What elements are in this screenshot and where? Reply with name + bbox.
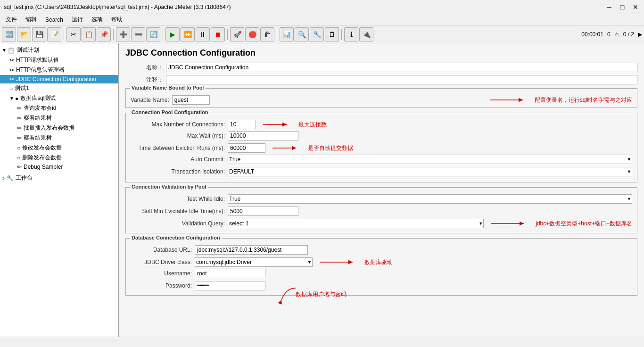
toolbar-results[interactable]: 📊	[280, 27, 294, 41]
toolbar: 🆕 📂 💾 📝 ✂ 📋 📌 ➕ ➖ 🔄 ▶ ⏩ ⏸ ⏹ 🚀 🛑 🗑 📊 🔍 🔧 …	[0, 25, 644, 43]
debug-icon: ✏	[17, 164, 22, 170]
toolbar-sep2	[113, 29, 114, 40]
tree-item-label: HTTP请求默认值	[16, 56, 59, 64]
tree-item-query1[interactable]: ✏ 查询发布会id	[0, 103, 118, 113]
toolbar-remove[interactable]: ➖	[131, 27, 145, 41]
var-name-label: Variable Name:	[131, 97, 169, 103]
variable-name-input[interactable]	[172, 95, 210, 105]
toolbar-add[interactable]: ➕	[116, 27, 130, 41]
toolbar-log[interactable]: 🔍	[295, 27, 309, 41]
toolbar-save[interactable]: 💾	[32, 27, 46, 41]
http-defaults-icon: ✂	[9, 57, 14, 64]
tree-item-db-test[interactable]: ▼ ● 数据库sql测试	[0, 93, 118, 103]
toolbar-remote-start[interactable]: 🚀	[230, 27, 244, 41]
tree-item-update[interactable]: ○ 修改发布会数据	[0, 143, 118, 153]
arrow-driver	[317, 257, 355, 267]
toolbar-open[interactable]: 📂	[17, 27, 31, 41]
tree-item-label: 察看结果树	[24, 114, 52, 122]
max-wait-input[interactable]	[228, 131, 298, 140]
soft-min-input[interactable]	[228, 207, 298, 216]
expand-icon-db[interactable]: ▼	[9, 96, 14, 101]
eviction-annotation-text: 是否自动提交数据	[308, 144, 353, 152]
driver-select[interactable]: com.mysql.jdbc.Driver	[195, 257, 313, 267]
toolbar-remote-stop[interactable]: 🛑	[245, 27, 259, 41]
menu-file[interactable]: 文件	[2, 15, 21, 25]
toolbar-start-no-pause[interactable]: ⏩	[181, 27, 195, 41]
soft-min-label: Soft Min Evictable Idle Time(ms):	[131, 208, 225, 215]
max-conn-input[interactable]	[228, 120, 256, 129]
expand-icon[interactable]: ▼	[2, 48, 7, 53]
tree-item-label: JDBC Connection Configuration	[16, 76, 96, 83]
validation-content: Test While Idle: True False Soft Min Evi…	[126, 188, 637, 233]
result2-icon: ✏	[17, 135, 22, 141]
test-idle-select[interactable]: True False	[228, 194, 632, 204]
toolbar-remote-clear[interactable]: 🗑	[260, 27, 274, 41]
tree-item-jdbc-config[interactable]: ✂ JDBC Connection Configuration	[0, 75, 118, 83]
validation-query-select-wrapper: select 1	[228, 219, 484, 228]
minimize-button[interactable]: ─	[604, 2, 614, 12]
title-bar: sql_test.jmx (C:\Users\24831\Desktop\jme…	[0, 0, 644, 14]
name-label: 名称：	[125, 64, 163, 72]
toolbar-copy[interactable]: 📋	[82, 27, 96, 41]
comment-input[interactable]	[166, 75, 637, 84]
variable-name-row: Variable Name:	[131, 95, 483, 105]
test1-icon: ○	[9, 85, 13, 92]
tree-item-debug[interactable]: ✏ Debug Sampler	[0, 163, 118, 171]
password-input[interactable]	[195, 281, 265, 290]
auto-commit-select[interactable]: True False	[228, 155, 632, 164]
username-input[interactable]	[195, 269, 265, 278]
test-idle-select-wrapper: True False	[228, 194, 632, 204]
toolbar-plugin[interactable]: 🔌	[359, 27, 373, 41]
workbench-expand-icon[interactable]: ▷	[2, 175, 6, 181]
maximize-button[interactable]: □	[618, 2, 627, 12]
eviction-input[interactable]	[228, 143, 265, 153]
credentials-annotation: 数据库用户名与密码	[272, 290, 347, 305]
menu-search[interactable]: Search	[41, 16, 67, 24]
variable-pool-section: Variable Name Bound to Pool Variable Nam…	[125, 88, 637, 108]
toolbar-info[interactable]: ℹ	[344, 27, 358, 41]
close-button[interactable]: ✕	[631, 2, 640, 12]
tree-item-test1[interactable]: ○ 测试1	[0, 83, 118, 93]
toolbar-sep4	[227, 29, 228, 40]
toolbar-sep1	[64, 29, 64, 40]
validation-query-select[interactable]: select 1	[228, 219, 484, 228]
menu-edit[interactable]: 编辑	[22, 15, 41, 25]
driver-label: JDBC Driver class:	[131, 259, 192, 265]
scroll-right-icon[interactable]: ▶	[638, 31, 642, 38]
db-url-input[interactable]	[195, 245, 308, 255]
menu-options[interactable]: 选项	[88, 15, 107, 25]
tree-item-http-defaults[interactable]: ✂ HTTP请求默认值	[0, 55, 118, 65]
toolbar-sep3	[163, 29, 163, 40]
max-wait-row: Max Wait (ms):	[131, 131, 632, 140]
menu-run[interactable]: 运行	[68, 15, 87, 25]
toolbar-start[interactable]: ▶	[165, 27, 180, 41]
conn-pool-section: Connection Pool Configuration Max Number…	[125, 113, 637, 182]
name-input[interactable]	[166, 63, 637, 72]
tree-item-result2[interactable]: ✏ 察看结果树	[0, 133, 118, 143]
tree-item-result1[interactable]: ✏ 察看结果树	[0, 113, 118, 123]
max-conn-annotation: 最大连接数	[261, 120, 327, 129]
toolbar-function[interactable]: 🔧	[310, 27, 324, 41]
transaction-select[interactable]: DEFAULT	[228, 167, 632, 176]
toolbar-templates[interactable]: 🗒	[325, 27, 339, 41]
tree-item-test-plan[interactable]: ▼ 📋 测试计划	[0, 45, 118, 55]
tree-item-http-headers[interactable]: ✂ HTTP信息头管理器	[0, 65, 118, 75]
tree-item-workbench[interactable]: ▷ 🔧 工作台	[0, 173, 118, 183]
tree-item-label: HTTP信息头管理器	[16, 66, 65, 74]
tree-item-delete[interactable]: ○ 删除发布会数据	[0, 153, 118, 163]
toolbar-cut[interactable]: ✂	[66, 27, 81, 41]
transaction-label: Transaction Isolation:	[131, 168, 225, 175]
toolbar-saveas[interactable]: 📝	[47, 27, 61, 41]
toolbar-stop[interactable]: ⏹	[211, 27, 225, 41]
soft-min-row: Soft Min Evictable Idle Time(ms):	[131, 207, 632, 216]
query1-icon: ✏	[17, 105, 22, 112]
status-bar	[0, 337, 644, 347]
toolbar-pause[interactable]: ⏸	[196, 27, 210, 41]
toolbar-new[interactable]: 🆕	[2, 27, 16, 41]
tree-item-batch-insert[interactable]: ✏ 批量插入发布会数据	[0, 123, 118, 133]
toolbar-paste[interactable]: 📌	[97, 27, 111, 41]
toolbar-sep6	[341, 29, 342, 40]
menu-help[interactable]: 帮助	[107, 15, 126, 25]
tree-item-label: 测试1	[15, 84, 29, 92]
toolbar-clear[interactable]: 🔄	[146, 27, 160, 41]
